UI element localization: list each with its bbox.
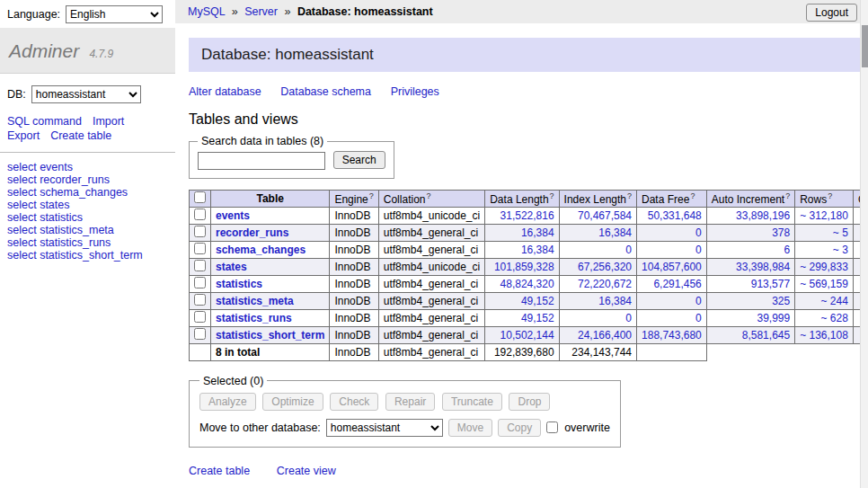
database-schema-link[interactable]: Database schema: [280, 85, 371, 98]
data-length-link[interactable]: 49,152: [521, 295, 554, 307]
table-name-link[interactable]: statistics_runs: [216, 312, 292, 324]
data-length-link[interactable]: 101,859,328: [494, 261, 554, 273]
row-select-checkbox[interactable]: [194, 226, 206, 237]
drop-button[interactable]: Drop: [509, 393, 550, 411]
index-length-link[interactable]: 67,256,320: [578, 261, 632, 273]
index-length-link[interactable]: 72,220,672: [578, 278, 632, 290]
auto-increment-link[interactable]: 33,398,984: [736, 261, 790, 273]
import-link[interactable]: Import: [93, 115, 124, 128]
auto-increment-link[interactable]: 913,577: [751, 278, 790, 290]
help-link[interactable]: ?: [828, 191, 832, 200]
sidebar-item-select-statistics-runs[interactable]: select statistics_runs: [7, 236, 168, 249]
help-link[interactable]: ?: [426, 191, 430, 200]
index-length-link[interactable]: 24,166,400: [578, 329, 632, 342]
table-name-link[interactable]: recorder_runs: [216, 226, 288, 239]
help-link[interactable]: ?: [785, 191, 790, 200]
data-length-link[interactable]: 31,522,816: [500, 209, 554, 222]
rows-count-link[interactable]: ~ 244: [821, 295, 848, 307]
sidebar-item-select-statistics[interactable]: select statistics: [7, 211, 168, 224]
index-length-link[interactable]: 16,384: [598, 226, 632, 239]
rows-count-link[interactable]: ~ 312,180: [800, 209, 848, 222]
sidebar-item-select-states[interactable]: select states: [7, 199, 168, 211]
table-name-link[interactable]: statistics_short_term: [216, 329, 324, 342]
privileges-link[interactable]: Privileges: [391, 85, 439, 98]
table-name-link[interactable]: events: [216, 209, 250, 222]
row-select-checkbox[interactable]: [194, 260, 206, 271]
table-name-link[interactable]: statistics_meta: [216, 295, 294, 307]
db-select[interactable]: homeassistant: [31, 85, 141, 103]
row-select-checkbox[interactable]: [194, 209, 206, 220]
vertical-scrollbar[interactable]: [860, 0, 868, 488]
data-length-link[interactable]: 16,384: [521, 226, 554, 239]
sidebar-item-select-schema-changes[interactable]: select schema_changes: [7, 186, 168, 199]
sidebar-item-select-statistics-short-term[interactable]: select statistics_short_term: [7, 249, 168, 262]
data-free-link[interactable]: 0: [695, 312, 702, 324]
rows-count-link[interactable]: ~ 3: [833, 244, 848, 256]
row-select-checkbox[interactable]: [194, 243, 206, 254]
data-length-link[interactable]: 49,152: [521, 312, 554, 324]
breadcrumb-mysql-link[interactable]: MySQL: [188, 5, 225, 18]
data-free-link[interactable]: 0: [695, 244, 702, 256]
row-select-checkbox[interactable]: [194, 328, 206, 340]
logout-button[interactable]: Logout: [806, 4, 857, 22]
help-link[interactable]: ?: [550, 191, 554, 200]
table-name-link[interactable]: states: [216, 261, 247, 273]
search-button[interactable]: Search: [333, 151, 385, 169]
auto-increment-link[interactable]: 6: [784, 244, 790, 256]
sql-command-link[interactable]: SQL command: [7, 115, 82, 128]
language-select[interactable]: English: [66, 5, 163, 23]
auto-increment-link[interactable]: 325: [772, 295, 790, 307]
rows-count-link[interactable]: ~ 628: [821, 312, 848, 324]
rows-count-link[interactable]: ~ 569,159: [800, 278, 848, 290]
data-free-link[interactable]: 188,743,680: [642, 329, 702, 342]
analyze-button[interactable]: Analyze: [199, 393, 256, 411]
data-free-link[interactable]: 50,331,648: [648, 209, 702, 222]
index-length-link[interactable]: 0: [625, 244, 632, 256]
move-button[interactable]: Move: [448, 419, 492, 437]
overwrite-checkbox[interactable]: [546, 421, 558, 433]
copy-button[interactable]: Copy: [498, 419, 541, 437]
sidebar-item-select-recorder-runs[interactable]: select recorder_runs: [7, 173, 168, 186]
data-free-link[interactable]: 104,857,600: [642, 261, 702, 273]
sidebar-item-select-statistics-meta[interactable]: select statistics_meta: [7, 224, 168, 236]
auto-increment-link[interactable]: 33,898,196: [736, 209, 790, 222]
help-link[interactable]: ?: [627, 191, 632, 200]
data-free-link[interactable]: 6,291,456: [653, 278, 701, 290]
create-view-link[interactable]: Create view: [277, 465, 336, 477]
alter-database-link[interactable]: Alter database: [189, 85, 261, 98]
rows-count-link[interactable]: ~ 136,108: [800, 329, 848, 342]
truncate-button[interactable]: Truncate: [442, 393, 502, 411]
data-length-link[interactable]: 16,384: [521, 244, 554, 256]
help-link[interactable]: ?: [369, 191, 374, 200]
index-length-link[interactable]: 16,384: [598, 295, 632, 307]
table-name-link[interactable]: schema_changes: [216, 244, 306, 256]
move-db-select[interactable]: homeassistant: [326, 419, 443, 437]
data-length-link[interactable]: 48,824,320: [500, 278, 554, 290]
row-select-checkbox[interactable]: [194, 311, 206, 323]
adminer-brand-link[interactable]: Adminer: [9, 40, 79, 61]
rows-count-link[interactable]: ~ 5: [833, 226, 848, 239]
breadcrumb-server-link[interactable]: Server: [244, 5, 278, 18]
auto-increment-link[interactable]: 39,999: [757, 312, 790, 324]
auto-increment-link[interactable]: 378: [772, 226, 790, 239]
create-table-link[interactable]: Create table: [189, 465, 250, 477]
optimize-button[interactable]: Optimize: [262, 393, 323, 411]
scrollbar-thumb[interactable]: [862, 25, 868, 67]
index-length-link[interactable]: 0: [625, 312, 632, 324]
data-length-link[interactable]: 10,502,144: [500, 329, 554, 342]
search-input[interactable]: [198, 152, 325, 170]
data-free-link[interactable]: 0: [695, 295, 702, 307]
row-select-checkbox[interactable]: [194, 277, 206, 288]
table-name-link[interactable]: statistics: [216, 278, 262, 290]
index-length-link[interactable]: 70,467,584: [578, 209, 632, 222]
sidebar-item-select-events[interactable]: select events: [7, 161, 168, 173]
rows-count-link[interactable]: ~ 299,833: [800, 261, 848, 273]
check-button[interactable]: Check: [330, 393, 378, 411]
auto-increment-link[interactable]: 8,581,645: [742, 329, 790, 342]
row-select-checkbox[interactable]: [194, 294, 206, 306]
create-table-sidebar-link[interactable]: Create table: [50, 129, 111, 142]
export-link[interactable]: Export: [7, 129, 40, 142]
repair-button[interactable]: Repair: [385, 393, 435, 411]
data-free-link[interactable]: 0: [695, 226, 702, 239]
help-link[interactable]: ?: [690, 191, 695, 200]
